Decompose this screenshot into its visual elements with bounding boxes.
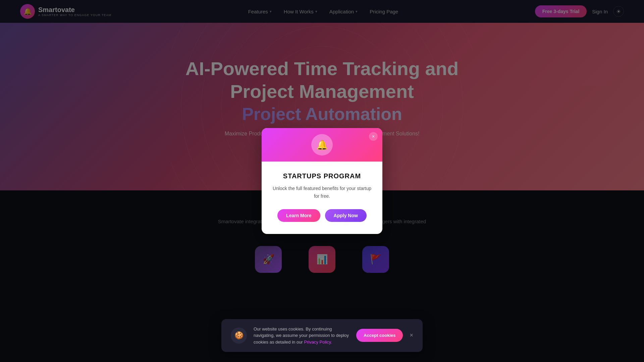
cookie-icon: 🍪 [231, 327, 247, 344]
startups-modal: 🔔 × STARTUPS PROGRAM Unlock the full fea… [262, 128, 382, 234]
modal-body: STARTUPS PROGRAM Unlock the full feature… [262, 162, 382, 234]
apply-now-button[interactable]: Apply Now [325, 209, 367, 222]
modal-actions: Learn More Apply Now [277, 209, 367, 222]
modal-header: 🔔 × [262, 128, 382, 162]
accept-cookies-button[interactable]: Accept cookies [356, 329, 403, 342]
modal-overlay[interactable]: 🔔 × STARTUPS PROGRAM Unlock the full fea… [0, 0, 644, 362]
cookie-banner: 🍪 Our website uses cookies. By continuin… [221, 319, 423, 352]
cookie-close-button[interactable]: × [410, 332, 413, 339]
learn-more-button[interactable]: Learn More [277, 209, 320, 222]
modal-bell-icon: 🔔 [311, 134, 333, 156]
modal-title: STARTUPS PROGRAM [283, 172, 361, 180]
privacy-policy-link[interactable]: Privacy Policy. [304, 340, 332, 345]
modal-description: Unlock the full featured benefits for yo… [271, 185, 373, 200]
cookie-text: Our website uses cookies. By continuing … [254, 326, 350, 346]
modal-close-button[interactable]: × [369, 132, 378, 141]
